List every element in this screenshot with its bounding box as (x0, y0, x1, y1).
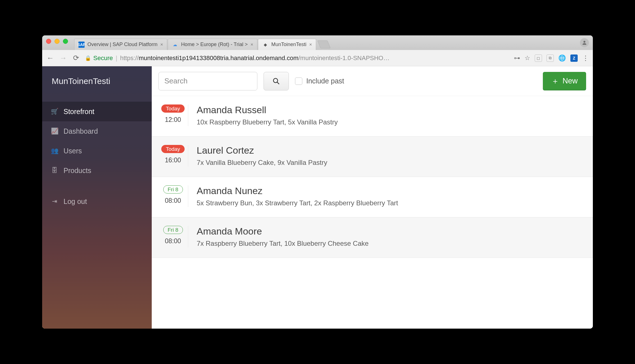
row-time: 12:00 (165, 116, 181, 124)
sidebar-item-users[interactable]: 👥 Users (42, 141, 152, 161)
plus-icon: ＋ (551, 76, 559, 87)
sidebar-item-label: Products (64, 167, 91, 175)
list-item[interactable]: Fri 8 08:00 Amanda Moore 7x Raspberry Bl… (152, 217, 593, 258)
tab-label: Home > Europe (Rot) - Trial > (181, 42, 248, 47)
window-controls (46, 35, 74, 50)
row-meta: Fri 8 08:00 (152, 185, 188, 207)
order-list: Today 12:00 Amanda Russell 10x Raspberry… (152, 96, 593, 329)
tab-sap-overview[interactable]: SAP Overview | SAP Cloud Platform × (74, 39, 167, 50)
list-item[interactable]: Today 12:00 Amanda Russell 10x Raspberry… (152, 96, 593, 136)
sidebar-nav: 🛒 Storefront 📈 Dashboard 👥 Users 🗄 Produ… (42, 96, 152, 211)
date-badge: Today (161, 104, 185, 113)
sidebar-item-products[interactable]: 🗄 Products (42, 161, 152, 180)
search-input[interactable] (158, 72, 257, 90)
app-favicon-icon: ◆ (262, 42, 268, 48)
tab-muntoinentesti[interactable]: ◆ MunToinenTesti × (258, 39, 316, 50)
list-item[interactable]: Today 16:00 Laurel Cortez 7x Vanilla Blu… (152, 136, 593, 177)
svg-point-0 (584, 41, 586, 43)
row-time: 08:00 (165, 237, 181, 245)
row-meta: Today 16:00 (152, 145, 188, 167)
new-tab-button[interactable] (318, 40, 331, 48)
row-name: Amanda Nunez (197, 185, 584, 196)
checkbox-icon[interactable] (295, 78, 302, 85)
svg-line-2 (277, 82, 279, 84)
cart-icon: 🛒 (51, 108, 58, 115)
tab-home-europe[interactable]: ☁ Home > Europe (Rot) - Trial > × (168, 39, 257, 50)
date-badge: Today (161, 145, 185, 153)
row-time: 08:00 (165, 197, 181, 204)
sidebar: MunToinenTesti 🛒 Storefront 📈 Dashboard … (42, 66, 152, 329)
include-past-toggle[interactable]: Include past (295, 77, 344, 85)
row-body: Amanda Nunez 5x Strawberry Bun, 3x Straw… (188, 185, 593, 207)
app-brand: MunToinenTesti (42, 66, 152, 96)
new-button-label: New (563, 77, 578, 85)
app-root: MunToinenTesti 🛒 Storefront 📈 Dashboard … (42, 66, 593, 329)
cloud-favicon-icon: ☁ (172, 42, 178, 48)
minimize-window-icon[interactable] (55, 39, 60, 44)
forward-icon[interactable]: → (59, 54, 67, 62)
row-desc: 5x Strawberry Bun, 3x Strawberry Tart, 2… (197, 199, 584, 207)
svg-point-1 (273, 78, 278, 83)
sidebar-item-dashboard[interactable]: 📈 Dashboard (42, 121, 152, 141)
url-path: /muntoinentesti-1.0-SNAPSHO… (298, 54, 389, 62)
sap-favicon-icon: SAP (78, 42, 85, 48)
row-desc: 10x Raspberry Blueberry Tart, 5x Vanilla… (197, 118, 584, 126)
row-body: Amanda Russell 10x Raspberry Blueberry T… (188, 104, 593, 126)
row-body: Laurel Cortez 7x Vanilla Blueberry Cake,… (188, 145, 593, 167)
list-item[interactable]: Fri 8 08:00 Amanda Nunez 5x Strawberry B… (152, 177, 593, 217)
close-icon[interactable]: × (160, 42, 163, 47)
date-badge: Fri 8 (163, 185, 183, 194)
sidebar-item-label: Storefront (64, 108, 94, 116)
maximize-window-icon[interactable] (63, 39, 68, 44)
tab-label: MunToinenTesti (271, 42, 306, 47)
url-protocol: https:// (120, 54, 139, 62)
main-content: Include past ＋ New Today 12:00 Amanda Ru… (152, 66, 593, 329)
sidebar-item-label: Dashboard (64, 127, 98, 135)
close-window-icon[interactable] (46, 39, 51, 44)
key-icon[interactable]: ⊶ (514, 54, 520, 62)
extension-icon[interactable]: ⧉ (546, 54, 554, 62)
sidebar-item-storefront[interactable]: 🛒 Storefront (42, 102, 152, 121)
row-desc: 7x Vanilla Blueberry Cake, 9x Vanilla Pa… (197, 159, 584, 167)
users-icon: 👥 (51, 147, 58, 154)
row-desc: 7x Raspberry Blueberry Tart, 10x Blueber… (197, 240, 584, 247)
toolbar: Include past ＋ New (152, 66, 593, 96)
logout-icon: ⇥ (51, 198, 58, 205)
new-button[interactable]: ＋ New (543, 72, 586, 90)
box-icon: 🗄 (51, 167, 58, 174)
sidebar-item-label: Log out (64, 197, 87, 206)
bookmark-icon[interactable]: ☆ (525, 54, 530, 62)
row-name: Amanda Russell (197, 104, 584, 115)
toolbar-icons: ⊶ ☆ ◻ ⧉ 🌐 Z ⋮ (514, 54, 589, 62)
row-body: Amanda Moore 7x Raspberry Blueberry Tart… (188, 226, 593, 247)
menu-icon[interactable]: ⋮ (582, 54, 589, 62)
row-time: 16:00 (165, 156, 181, 164)
reload-icon[interactable]: ⟳ (72, 54, 80, 62)
row-name: Amanda Moore (197, 226, 584, 237)
sidebar-item-label: Users (64, 147, 82, 155)
row-meta: Today 12:00 (152, 104, 188, 126)
extension-z-icon[interactable]: Z (570, 54, 578, 62)
close-icon[interactable]: × (309, 42, 312, 47)
back-icon[interactable]: ← (46, 54, 55, 62)
extension-globe-icon[interactable]: 🌐 (558, 54, 566, 62)
sidebar-item-logout[interactable]: ⇥ Log out (42, 192, 152, 211)
profile-icon[interactable] (580, 38, 589, 47)
row-name: Laurel Cortez (197, 145, 584, 156)
search-button[interactable] (264, 72, 289, 90)
url-host: muntoinentesti1p1941338008tria.hanatrial… (139, 54, 298, 62)
secure-label: Secure (93, 54, 113, 62)
lock-icon: 🔒 (85, 55, 91, 61)
row-meta: Fri 8 08:00 (152, 226, 188, 247)
tab-label: Overview | SAP Cloud Platform (87, 42, 157, 47)
tab-bar: SAP Overview | SAP Cloud Platform × ☁ Ho… (42, 35, 593, 50)
date-badge: Fri 8 (163, 226, 183, 234)
include-past-label: Include past (306, 77, 344, 85)
url-field[interactable]: 🔒 Secure | https:// muntoinentesti1p1941… (85, 54, 509, 62)
search-icon (272, 77, 280, 85)
extension-icon[interactable]: ◻ (535, 54, 542, 62)
close-icon[interactable]: × (250, 42, 253, 47)
browser-window: SAP Overview | SAP Cloud Platform × ☁ Ho… (42, 35, 593, 329)
chart-icon: 📈 (51, 128, 58, 135)
address-bar: ← → ⟳ 🔒 Secure | https:// muntoinentesti… (42, 50, 593, 66)
